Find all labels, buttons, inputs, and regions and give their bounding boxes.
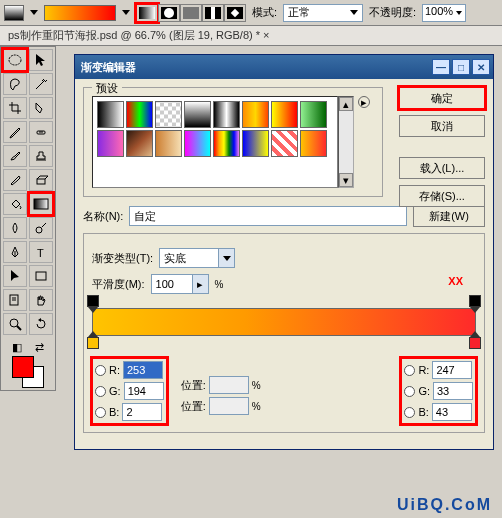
opacity-stop-right[interactable] (469, 295, 481, 307)
type-label: 渐变类型(T): (92, 251, 153, 266)
shape-tool[interactable] (29, 265, 53, 287)
brush-tool[interactable] (3, 145, 27, 167)
grad-dropdown-icon[interactable] (122, 10, 130, 15)
radio-r[interactable] (404, 365, 415, 376)
ok-button[interactable]: 确定 (399, 87, 485, 109)
marquee-tool[interactable] (3, 49, 27, 71)
linear-gradient-btn[interactable] (136, 4, 158, 22)
scroll-up-icon[interactable]: ▴ (339, 97, 353, 111)
hand-tool[interactable] (29, 289, 53, 311)
preset-swatch[interactable] (126, 130, 153, 157)
color-stop-b[interactable] (469, 337, 481, 349)
radial-gradient-btn[interactable] (158, 4, 180, 22)
svg-point-8 (9, 55, 21, 65)
cancel-button[interactable]: 取消 (399, 115, 485, 137)
new-button[interactable]: 新建(W) (413, 205, 485, 227)
swap-colors-icon[interactable]: ⇄ (35, 341, 44, 354)
gradient-sample[interactable] (44, 5, 116, 21)
history-brush-tool[interactable] (3, 169, 27, 191)
load-button[interactable]: 载入(L)... (399, 157, 485, 179)
paint-bucket-tool[interactable] (3, 193, 27, 215)
preset-swatch[interactable] (213, 130, 240, 157)
reflected-gradient-btn[interactable] (202, 4, 224, 22)
save-button[interactable]: 存储(S)... (399, 185, 485, 207)
g-input-b[interactable]: 33 (433, 382, 473, 400)
b-input-b[interactable]: 43 (432, 403, 472, 421)
radio-g[interactable] (95, 386, 106, 397)
svg-rect-11 (37, 179, 45, 184)
wand-tool[interactable] (29, 73, 53, 95)
fg-bg-swatch[interactable] (12, 356, 44, 388)
dialog-titlebar[interactable]: 渐变编辑器 — □ ✕ (75, 55, 493, 79)
smoothness-input[interactable]: 100 ▸ (151, 274, 209, 294)
slice-tool[interactable] (29, 97, 53, 119)
zoom-tool[interactable] (3, 313, 27, 335)
heal-tool[interactable] (29, 121, 53, 143)
preset-swatch[interactable] (242, 130, 269, 157)
opacity-label: 不透明度: (369, 5, 416, 20)
rotate-view-tool[interactable] (29, 313, 53, 335)
close-button[interactable]: ✕ (472, 59, 490, 75)
swatch-dropdown-icon[interactable] (30, 10, 38, 15)
fg-swatch[interactable] (4, 5, 24, 21)
document-tab[interactable]: ps制作重阳节海报.psd @ 66.7% (图层 19, RGB/8) * × (0, 26, 502, 46)
svg-rect-5 (211, 7, 215, 19)
crop-tool[interactable] (3, 97, 27, 119)
maximize-button[interactable]: □ (452, 59, 470, 75)
radio-g[interactable] (404, 386, 415, 397)
move-tool[interactable] (29, 49, 53, 71)
radio-r[interactable] (95, 365, 106, 376)
stamp-tool[interactable] (29, 145, 53, 167)
preset-swatch[interactable] (271, 101, 298, 128)
r-input-b[interactable]: 247 (432, 361, 472, 379)
scroll-down-icon[interactable]: ▾ (339, 173, 353, 187)
radio-b[interactable] (95, 407, 106, 418)
minimize-button[interactable]: — (432, 59, 450, 75)
pen-tool[interactable] (3, 241, 27, 263)
color-swatches: ◧⇄ (3, 341, 53, 388)
default-colors-icon[interactable]: ◧ (12, 341, 22, 354)
preset-swatch[interactable] (126, 101, 153, 128)
gradient-type-select[interactable]: 实底 (159, 248, 235, 268)
b-input-a[interactable]: 2 (122, 403, 162, 421)
lasso-tool[interactable] (3, 73, 27, 95)
pos-label: 位置: (181, 399, 206, 414)
preset-swatch[interactable] (213, 101, 240, 128)
color-stop-a[interactable] (87, 337, 99, 349)
r-input-a[interactable]: 253 (123, 361, 163, 379)
opacity-stop-left[interactable] (87, 295, 99, 307)
type-tool[interactable]: T (29, 241, 53, 263)
preset-swatch[interactable] (300, 101, 327, 128)
preset-swatch[interactable] (155, 130, 182, 157)
preset-swatch[interactable] (184, 101, 211, 128)
foreground-color[interactable] (12, 356, 34, 378)
blend-mode-select[interactable]: 正常 (283, 4, 363, 22)
preset-swatch[interactable] (242, 101, 269, 128)
preset-swatch[interactable] (97, 101, 124, 128)
opacity-field[interactable]: 100% (422, 4, 466, 22)
preset-grid[interactable] (92, 96, 338, 188)
gradient-bar[interactable] (92, 308, 476, 336)
preset-swatch[interactable] (271, 130, 298, 157)
chevron-down-icon (350, 10, 358, 15)
preset-swatch[interactable] (300, 130, 327, 157)
diamond-gradient-btn[interactable] (224, 4, 246, 22)
chevron-down-icon (223, 256, 231, 261)
preset-swatch[interactable] (155, 101, 182, 128)
dodge-tool[interactable] (29, 217, 53, 239)
presets-flyout-icon[interactable]: ▸ (358, 96, 370, 108)
gradient-editor-dialog: 渐变编辑器 — □ ✕ 确定 取消 载入(L)... 存储(S)... 预设 (74, 54, 494, 450)
preset-swatch[interactable] (184, 130, 211, 157)
name-input[interactable]: 自定 (129, 206, 407, 226)
path-select-tool[interactable] (3, 265, 27, 287)
g-input-a[interactable]: 194 (124, 382, 164, 400)
preset-swatch[interactable] (97, 130, 124, 157)
angle-gradient-btn[interactable] (180, 4, 202, 22)
blur-tool[interactable] (3, 217, 27, 239)
gradient-tool[interactable] (29, 193, 53, 215)
radio-b[interactable] (404, 407, 415, 418)
eyedropper-tool[interactable] (3, 121, 27, 143)
presets-scrollbar[interactable]: ▴ ▾ (338, 96, 354, 188)
eraser-tool[interactable] (29, 169, 53, 191)
notes-tool[interactable] (3, 289, 27, 311)
